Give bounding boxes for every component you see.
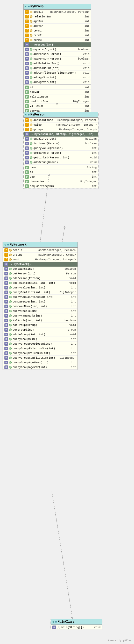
prop-type: BigInteger (80, 180, 97, 183)
field-name: value (33, 123, 55, 126)
method-name: addConflictSum(BigInteger) (33, 71, 82, 74)
method-addConflictSum: m addConflictSum(BigInteger) void (24, 70, 91, 75)
prop-type: int (84, 105, 89, 108)
method-name: getLinked(Person, int) (33, 156, 89, 159)
method-type: int (71, 300, 76, 303)
field-term3: f term3 int (24, 38, 91, 42)
diagram-container: c MyGroup f people HashMap<Integer, Pers… (0, 0, 134, 644)
badge-m: m (25, 156, 29, 159)
method-type: void (69, 277, 76, 280)
mynetwork-header: c MyNetwork (3, 242, 77, 247)
static-icon: s (57, 626, 60, 629)
field-acquaintance: f acquaintance HashMap<Integer, Person> (24, 118, 98, 123)
method-type: int (71, 361, 76, 364)
method-type: int (71, 305, 76, 308)
badge-m: m (4, 300, 8, 304)
method-type: boolean (78, 57, 89, 60)
badge-f: f (25, 128, 29, 131)
prop-acquaintanceSum: p acquaintanceSum int (24, 184, 98, 189)
access-icon (9, 338, 12, 340)
method-type: int (71, 342, 76, 345)
access-icon (30, 81, 32, 83)
badge-m: m (25, 71, 29, 75)
access-icon (9, 343, 12, 345)
prop-name: relationSum (30, 95, 83, 98)
prop-type: BigInteger (73, 100, 89, 103)
method-name: compareTo(Person) (33, 151, 91, 154)
badge-m: m (4, 267, 8, 271)
field-type: HashMap<Integer, Group> (38, 253, 76, 256)
access-icon (30, 20, 32, 23)
constructor-label: ▸ MyGroup(int) (31, 43, 53, 46)
myperson-header: c MyPerson (24, 112, 98, 117)
method-type: int (92, 151, 97, 154)
class-dot (28, 6, 30, 7)
badge-m: m (4, 295, 8, 299)
method-type: void (69, 324, 76, 327)
constructor-header: m ▸ MyGroup(int) (24, 42, 91, 47)
method-name: queryConflict(int, int) (13, 291, 59, 294)
method-name: queryGroupRelationSum(int) (13, 347, 70, 350)
access-icon (30, 124, 32, 126)
method-type: int (92, 147, 97, 150)
field-type: HashMap<Integer, Person> (50, 10, 89, 14)
method-name: queryGroupValueSum(int) (13, 352, 70, 355)
field-groups: f groups HashMap<Integer, Group> (3, 253, 77, 257)
badge-f: f (25, 24, 29, 28)
prop-name-label: acquaintanceSum (30, 185, 91, 188)
prop-valueSum: p valueSum int (24, 104, 91, 108)
method-addGroup: m addGroup(Group) void (24, 160, 98, 165)
constructor-label: ▸ MyPerson(int, String, BigInteger, int) (31, 133, 94, 136)
field-root: f root HashMap<Integer, Integer> (3, 257, 77, 262)
method-name: addAgeSum(int) (33, 76, 82, 79)
field-name: ageVar (33, 24, 83, 28)
method-queryValue: m queryValue(int, int) int (3, 285, 77, 290)
method-type: void (83, 62, 89, 65)
field-relationSum: f relationSum int (24, 14, 91, 19)
prop-relationSum: p relationSum int (24, 94, 91, 99)
prop-age: p age int (24, 175, 98, 179)
mygroup-class: c MyGroup f people HashMap<Integer, Pers… (23, 4, 91, 118)
method-addAgeVar: m addAgeVar(int) void (24, 80, 91, 85)
class-dot (28, 114, 30, 115)
field-type: int (84, 15, 89, 18)
myperson-class: c MyPerson f acquaintance HashMap<Intege… (23, 112, 98, 189)
method-type: BigInteger (60, 291, 76, 294)
badge-f: f (25, 123, 29, 127)
access-icon (30, 76, 32, 79)
method-name: addAgeVar(int) (33, 81, 82, 84)
method-name: queryAcquaintanceSum(int) (13, 295, 70, 299)
method-type: int (71, 295, 76, 299)
badge-m: m (4, 319, 8, 322)
prop-name-label: age (30, 175, 91, 178)
method-name: contains(int) (13, 267, 64, 271)
field-term1: f term1 int (24, 28, 91, 33)
badge-m: m (25, 52, 29, 56)
access-icon (9, 300, 12, 303)
method-name: addRelation(int, int, int) (13, 281, 68, 285)
field-type: int (84, 24, 89, 28)
access-icon (30, 48, 32, 51)
prop-type: int (84, 86, 89, 89)
access-icon (9, 357, 12, 359)
method-name: addRelationSum() (33, 62, 82, 65)
badge-f: f (4, 248, 8, 252)
badge-m: m (4, 365, 8, 369)
access-icon (30, 138, 32, 140)
method-compareAge: m compareAge(int, int) int (3, 299, 77, 304)
method-queryPeopleSum: m queryPeopleSum() int (3, 309, 77, 313)
access-icon (30, 53, 32, 55)
method-name: isLinked(Person) (33, 142, 84, 145)
badge-f: f (25, 10, 29, 14)
method-queryGroupRelationSum: m queryGroupRelationSum(int) int (3, 346, 77, 351)
badge-m: m (4, 262, 8, 266)
method-type: void (69, 281, 76, 285)
access-icon (9, 258, 12, 261)
prop-id: p id int (24, 85, 91, 90)
badge-m: m (4, 286, 8, 289)
method-queryGroupAgeMean: m queryGroupAgeMean(int) int (3, 360, 77, 365)
access-icon (9, 296, 12, 298)
method-isCircle: m isCircle(int, int) boolean (3, 318, 77, 323)
method-hasPerson: m hasPerson(Person) boolean (24, 56, 91, 61)
access-icon (9, 333, 12, 336)
